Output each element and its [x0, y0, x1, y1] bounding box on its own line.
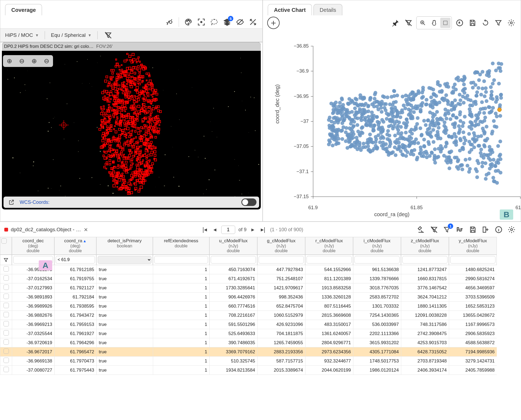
row-checkbox[interactable] [0, 283, 12, 293]
scatter-point [454, 135, 458, 139]
info-icon[interactable] [494, 225, 504, 235]
column-header-detect_isPrimary[interactable]: detect_isPrimaryboolean [96, 237, 153, 255]
image-viewer[interactable]: DP0.2 HiPS from DESC DC2 sim: gri colo… … [2, 42, 261, 209]
restore-icon[interactable] [480, 18, 491, 28]
scatter-point-highlighted [497, 108, 502, 112]
page-prev-button[interactable]: ◂ [212, 226, 218, 234]
row-checkbox[interactable] [0, 357, 12, 366]
save-table-icon[interactable] [468, 225, 478, 235]
scatter-point [470, 123, 474, 127]
column-header-coord_ra[interactable]: coord_ra▲(deg)double [54, 237, 96, 255]
row-checkbox[interactable] [0, 265, 12, 274]
catalog-marker [106, 132, 109, 134]
cell-coord_ra: 61.7912185 [54, 265, 96, 274]
cell-y_cModelFlux: 3703.5396509 [449, 293, 497, 302]
row-checkbox[interactable] [0, 347, 12, 357]
column-header-refExtendedness[interactable]: refExtendednessdouble [153, 237, 209, 255]
scatter-point [499, 96, 503, 100]
cell-z_cModelFlux: 2406.3934174 [401, 366, 449, 375]
box-select-icon[interactable] [440, 18, 450, 28]
tab-details[interactable]: Details [314, 4, 342, 15]
filter-z_cModelFlux[interactable] [402, 256, 448, 264]
filter-icon[interactable] [0, 255, 12, 265]
layers-icon[interactable]: 5 [222, 17, 232, 27]
filter-chart-icon[interactable] [493, 18, 504, 28]
row-checkbox[interactable] [0, 338, 12, 347]
color-icon[interactable] [183, 17, 193, 27]
catalog-marker [147, 149, 148, 151]
zoom-fit-button[interactable]: ⊕ [28, 56, 40, 66]
row-checkbox[interactable] [0, 311, 12, 320]
add-chart-button[interactable]: ＋ [267, 17, 280, 29]
tab-active-chart[interactable]: Active Chart [268, 4, 312, 15]
zoom-1x-button[interactable]: ⊖ [41, 56, 52, 66]
filter-table-icon[interactable]: 1 [442, 225, 452, 235]
zoom-out-button[interactable]: ⊖ [16, 56, 28, 66]
catalog-marker [124, 119, 126, 121]
cell-refExtendedness: 1 [153, 357, 209, 366]
zoom-in-button[interactable]: ⊕ [3, 56, 15, 66]
close-table-button[interactable]: ✕ [84, 227, 88, 233]
column-header-z_cModelFlux[interactable]: z_cModelFlux(nJy)double [401, 237, 449, 255]
row-checkbox[interactable] [0, 293, 12, 302]
microscope-icon[interactable] [416, 225, 426, 235]
column-header-coord_dec[interactable]: coord_dec(deg)double [12, 237, 54, 255]
catalog-marker [145, 170, 148, 173]
open-external-icon[interactable] [6, 197, 16, 207]
page-last-button[interactable]: ▸| [259, 226, 267, 234]
text-options-icon[interactable] [455, 225, 465, 235]
filter-g_cModelFlux[interactable] [259, 256, 304, 264]
add-column-icon[interactable] [481, 225, 491, 235]
page-first-button[interactable]: |◂ [201, 226, 209, 234]
projection-dropdown[interactable]: Equ / Spherical▼ [50, 31, 92, 39]
expand-icon[interactable] [248, 17, 258, 27]
pin-icon[interactable] [390, 18, 401, 28]
scatter-point [385, 117, 389, 121]
catalog-marker [106, 98, 108, 100]
filter-y_cModelFlux[interactable] [450, 256, 495, 264]
hips-moc-dropdown[interactable]: HiPS / MOC▼ [5, 31, 39, 39]
column-header-i_cModelFlux[interactable]: i_cModelFlux(nJy)double [353, 237, 401, 255]
cell-u_cModelFlux: 671.4192671 [209, 274, 257, 283]
row-checkbox[interactable] [0, 329, 12, 338]
reset-zoom-icon[interactable] [455, 18, 465, 28]
hide-icon[interactable] [235, 17, 245, 27]
tools-icon[interactable] [164, 17, 174, 27]
annotation-b: B [500, 209, 513, 220]
page-next-button[interactable]: ▸ [250, 226, 256, 234]
column-header-r_cModelFlux[interactable]: r_cModelFlux(nJy)double [305, 237, 353, 255]
clear-filter-icon[interactable] [103, 30, 113, 40]
filter-coord_ra[interactable] [56, 256, 95, 264]
recenter-icon[interactable] [196, 17, 206, 27]
filter-r_cModelFlux[interactable] [307, 256, 352, 264]
table-settings-icon[interactable] [506, 225, 517, 235]
clear-filter-chart-icon[interactable] [403, 18, 414, 28]
row-checkbox[interactable] [0, 274, 12, 283]
pan-tool-icon[interactable] [429, 18, 439, 28]
column-header-y_cModelFlux[interactable]: y_cModelFlux(nJy)double [449, 237, 497, 255]
filter-detect_isPrimary[interactable] [98, 256, 152, 264]
catalog-marker [136, 101, 138, 103]
row-checkbox[interactable] [0, 320, 12, 329]
scatter-plot[interactable]: coord_dec (deg) −36.85−36.9−36.95−37−37.… [278, 46, 515, 202]
chart-settings-icon[interactable] [506, 18, 516, 28]
tab-coverage[interactable]: Coverage [5, 4, 42, 15]
save-chart-icon[interactable] [467, 18, 478, 28]
filter-refExtendedness[interactable] [154, 256, 208, 264]
scatter-point [475, 175, 479, 179]
column-header-g_cModelFlux[interactable]: g_cModelFlux(nJy)double [257, 237, 305, 255]
select-all-checkbox[interactable] [0, 237, 12, 255]
scatter-point [400, 131, 403, 135]
column-header-u_cModelFlux[interactable]: u_cModelFlux(nJy)double [209, 237, 257, 255]
row-checkbox[interactable] [0, 302, 12, 311]
clear-filter-table-icon[interactable] [429, 225, 439, 235]
filter-u_cModelFlux[interactable] [211, 256, 256, 264]
lasso-select-icon[interactable] [209, 17, 219, 27]
lock-toggle[interactable] [241, 198, 256, 206]
row-checkbox[interactable] [0, 366, 12, 375]
catalog-marker [121, 84, 124, 86]
filter-i_cModelFlux[interactable] [354, 256, 400, 264]
catalog-marker [109, 159, 111, 162]
page-number-input[interactable] [221, 226, 235, 234]
zoom-tool-icon[interactable] [418, 18, 428, 28]
